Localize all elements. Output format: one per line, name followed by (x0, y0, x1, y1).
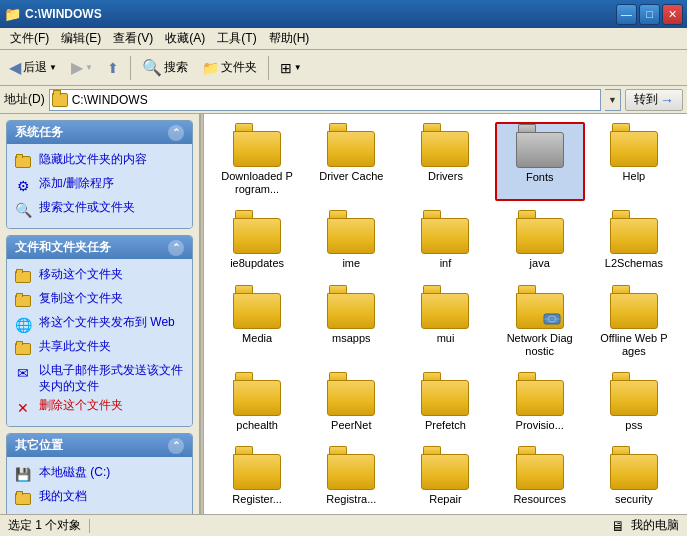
system-tasks-header[interactable]: 系统任务 ⌃ (7, 121, 192, 144)
search-button[interactable]: 🔍 搜索 (137, 55, 193, 80)
folders-button[interactable]: 📁 文件夹 (197, 56, 262, 79)
folder-icon (610, 450, 658, 490)
folder-icon (233, 289, 281, 329)
file-label: Register... (232, 493, 282, 506)
view-icon: ⊞ (280, 60, 292, 76)
up-button[interactable]: ⬆ (102, 57, 124, 79)
panel-item-publish-web[interactable]: 🌐 将这个文件夹发布到 Web (11, 313, 188, 337)
my-docs-icon (13, 489, 33, 509)
panel-item-local-disk[interactable]: 💾 本地磁盘 (C:) (11, 463, 188, 487)
address-dropdown[interactable]: ▼ (605, 89, 621, 111)
title-bar-left: 📁 C:\WINDOWS (4, 6, 102, 22)
folder-icon (421, 450, 469, 490)
folder-security[interactable]: security (589, 445, 679, 511)
panel-item-shared-docs[interactable]: 共享文档 (11, 511, 188, 514)
forward-button[interactable]: ▶ ▼ (66, 55, 98, 80)
status-selected-text: 选定 1 个对象 (8, 517, 81, 534)
file-label: Media (242, 332, 272, 345)
status-bar: 选定 1 个对象 🖥 我的电脑 (0, 514, 687, 536)
minimize-button[interactable]: — (616, 4, 637, 25)
file-label: inf (440, 257, 452, 270)
file-area[interactable]: Downloaded Program... Driver Cache Drive… (204, 114, 687, 514)
email-icon: ✉ (13, 363, 33, 383)
folder-l2schemas[interactable]: L2Schemas (589, 209, 679, 275)
other-locations-section: 其它位置 ⌃ 💾 本地磁盘 (C:) 我的文档 (6, 433, 193, 514)
file-label: Driver Cache (319, 170, 383, 183)
folder-java[interactable]: java (495, 209, 585, 275)
folder-registra[interactable]: Registra... (306, 445, 396, 511)
folder-icon (610, 127, 658, 167)
folder-ime[interactable]: ime (306, 209, 396, 275)
address-input-wrap[interactable]: C:\WINDOWS (49, 89, 601, 111)
panel-item-email[interactable]: ✉ 以电子邮件形式发送该文件夹内的文件 (11, 361, 188, 396)
folder-ie8updates[interactable]: ie8updates (212, 209, 302, 275)
folder-media[interactable]: Media (212, 284, 302, 363)
folder-icon (327, 289, 375, 329)
folder-peernet[interactable]: PeerNet (306, 371, 396, 437)
folder-repair[interactable]: Repair (400, 445, 490, 511)
publish-web-label: 将这个文件夹发布到 Web (39, 315, 175, 331)
folder-icon (233, 376, 281, 416)
file-folder-collapse-icon: ⌃ (168, 240, 184, 256)
panel-item-move[interactable]: 移动这个文件夹 (11, 265, 188, 289)
menu-help[interactable]: 帮助(H) (263, 28, 316, 49)
folder-provisio[interactable]: Provisio... (495, 371, 585, 437)
folder-mui[interactable]: mui (400, 284, 490, 363)
folder-inf[interactable]: inf (400, 209, 490, 275)
file-folder-tasks-section: 文件和文件夹任务 ⌃ 移动这个文件夹 复制这个文件夹 🌐 (6, 235, 193, 427)
menu-edit[interactable]: 编辑(E) (55, 28, 107, 49)
file-label: PeerNet (331, 419, 371, 432)
folder-msapps[interactable]: msapps (306, 284, 396, 363)
file-label: Registra... (326, 493, 376, 506)
folder-icon (516, 214, 564, 254)
search-files-icon: 🔍 (13, 200, 33, 220)
shared-docs-label: 共享文档 (39, 513, 87, 514)
copy-icon (13, 291, 33, 311)
file-folder-tasks-body: 移动这个文件夹 复制这个文件夹 🌐 将这个文件夹发布到 Web 共享此 (7, 259, 192, 426)
panel-item-hide-contents[interactable]: 隐藏此文件夹的内容 (11, 150, 188, 174)
hide-contents-label: 隐藏此文件夹的内容 (39, 152, 147, 168)
folder-offline-web-pages[interactable]: Offline Web Pages (589, 284, 679, 363)
search-files-label: 搜索文件或文件夹 (39, 200, 135, 216)
folder-icon (610, 376, 658, 416)
folder-pchealth[interactable]: pchealth (212, 371, 302, 437)
folder-fonts[interactable]: Fonts (495, 122, 585, 201)
other-locations-header[interactable]: 其它位置 ⌃ (7, 434, 192, 457)
panel-item-my-docs[interactable]: 我的文档 (11, 487, 188, 511)
folder-icon-network (516, 289, 564, 329)
folder-register[interactable]: Register... (212, 445, 302, 511)
move-icon (13, 267, 33, 287)
view-button[interactable]: ⊞ ▼ (275, 57, 307, 79)
panel-item-share[interactable]: 共享此文件夹 (11, 337, 188, 361)
panel-item-add-remove[interactable]: ⚙ 添加/删除程序 (11, 174, 188, 198)
folder-drivers[interactable]: Drivers (400, 122, 490, 201)
address-label: 地址(D) (4, 91, 45, 108)
file-folder-tasks-header[interactable]: 文件和文件夹任务 ⌃ (7, 236, 192, 259)
folder-resources[interactable]: Resources (495, 445, 585, 511)
file-label: ime (342, 257, 360, 270)
panel-item-search[interactable]: 🔍 搜索文件或文件夹 (11, 198, 188, 222)
menu-tools[interactable]: 工具(T) (211, 28, 262, 49)
close-button[interactable]: ✕ (662, 4, 683, 25)
folder-prefetch[interactable]: Prefetch (400, 371, 490, 437)
goto-button[interactable]: 转到 → (625, 89, 683, 111)
add-remove-icon: ⚙ (13, 176, 33, 196)
menu-favorites[interactable]: 收藏(A) (159, 28, 211, 49)
maximize-button[interactable]: □ (639, 4, 660, 25)
folder-icon (421, 376, 469, 416)
panel-item-delete[interactable]: ✕ 删除这个文件夹 (11, 396, 188, 420)
folder-network-diagnostic[interactable]: Network Diagnostic (495, 284, 585, 363)
back-button[interactable]: ◀ 后退 ▼ (4, 55, 62, 80)
folder-help[interactable]: Help (589, 122, 679, 201)
folder-pss[interactable]: pss (589, 371, 679, 437)
menu-view[interactable]: 查看(V) (107, 28, 159, 49)
file-folder-tasks-title: 文件和文件夹任务 (15, 239, 111, 256)
shared-docs-icon (13, 513, 33, 514)
status-right: 🖥 我的电脑 (611, 517, 679, 534)
menu-file[interactable]: 文件(F) (4, 28, 55, 49)
folder-driver-cache[interactable]: Driver Cache (306, 122, 396, 201)
file-grid: Downloaded Program... Driver Cache Drive… (212, 122, 679, 511)
folder-downloaded-programs[interactable]: Downloaded Program... (212, 122, 302, 201)
panel-item-copy[interactable]: 复制这个文件夹 (11, 289, 188, 313)
toolbar-separator-1 (130, 56, 131, 80)
